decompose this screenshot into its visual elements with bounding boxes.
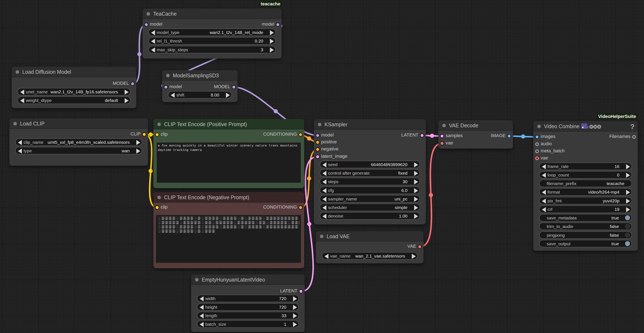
svg-text:S: S [598, 125, 600, 128]
svg-text:H: H [594, 125, 596, 128]
svg-text:V: V [590, 125, 592, 128]
